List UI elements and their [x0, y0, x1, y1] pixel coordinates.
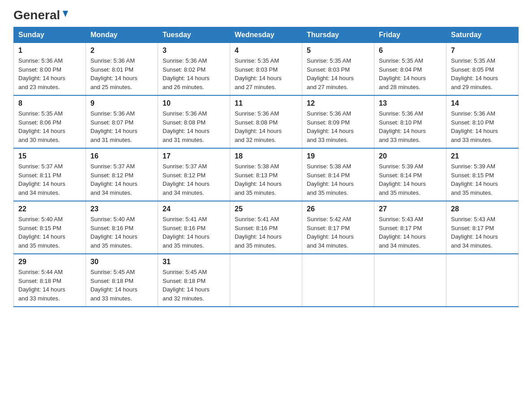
calendar-cell: 13 Sunrise: 5:36 AMSunset: 8:10 PMDaylig… [374, 95, 446, 148]
calendar-week-5: 29 Sunrise: 5:44 AMSunset: 8:18 PMDaylig… [14, 254, 519, 307]
calendar-cell: 26 Sunrise: 5:42 AMSunset: 8:17 PMDaylig… [302, 201, 374, 254]
calendar-week-1: 1 Sunrise: 5:36 AMSunset: 8:00 PMDayligh… [14, 43, 519, 96]
day-info: Sunrise: 5:35 AMSunset: 8:03 PMDaylight:… [235, 57, 282, 90]
calendar-cell: 25 Sunrise: 5:41 AMSunset: 8:16 PMDaylig… [230, 201, 302, 254]
day-number: 15 [18, 152, 81, 160]
day-number: 22 [18, 205, 81, 213]
day-info: Sunrise: 5:35 AMSunset: 8:04 PMDaylight:… [379, 57, 426, 90]
day-number: 9 [90, 99, 153, 107]
day-info: Sunrise: 5:45 AMSunset: 8:18 PMDaylight:… [163, 269, 210, 302]
page-header: General [13, 9, 519, 22]
logo-arrow-icon [61, 10, 70, 19]
day-number: 27 [379, 205, 442, 213]
day-info: Sunrise: 5:40 AMSunset: 8:15 PMDaylight:… [18, 216, 65, 249]
day-number: 7 [451, 47, 514, 55]
calendar-cell: 9 Sunrise: 5:36 AMSunset: 8:07 PMDayligh… [86, 95, 158, 148]
day-number: 29 [18, 258, 81, 266]
calendar-cell: 18 Sunrise: 5:38 AMSunset: 8:13 PMDaylig… [230, 148, 302, 201]
calendar-cell: 19 Sunrise: 5:38 AMSunset: 8:14 PMDaylig… [302, 148, 374, 201]
calendar-header-row: SundayMondayTuesdayWednesdayThursdayFrid… [14, 27, 519, 43]
day-info: Sunrise: 5:36 AMSunset: 8:01 PMDaylight:… [90, 57, 137, 90]
day-info: Sunrise: 5:35 AMSunset: 8:03 PMDaylight:… [307, 57, 354, 90]
calendar-cell: 12 Sunrise: 5:36 AMSunset: 8:09 PMDaylig… [302, 95, 374, 148]
day-info: Sunrise: 5:42 AMSunset: 8:17 PMDaylight:… [307, 216, 354, 249]
calendar-cell: 2 Sunrise: 5:36 AMSunset: 8:01 PMDayligh… [86, 43, 158, 96]
day-number: 2 [90, 47, 153, 55]
calendar-cell: 23 Sunrise: 5:40 AMSunset: 8:16 PMDaylig… [86, 201, 158, 254]
calendar-cell: 29 Sunrise: 5:44 AMSunset: 8:18 PMDaylig… [14, 254, 86, 307]
day-number: 10 [163, 99, 225, 107]
header-tuesday: Tuesday [158, 27, 230, 43]
header-friday: Friday [374, 27, 446, 43]
day-info: Sunrise: 5:36 AMSunset: 8:09 PMDaylight:… [307, 110, 354, 143]
day-info: Sunrise: 5:36 AMSunset: 8:07 PMDaylight:… [90, 110, 137, 143]
calendar-cell: 16 Sunrise: 5:37 AMSunset: 8:12 PMDaylig… [86, 148, 158, 201]
calendar-cell: 20 Sunrise: 5:39 AMSunset: 8:14 PMDaylig… [374, 148, 446, 201]
day-info: Sunrise: 5:37 AMSunset: 8:12 PMDaylight:… [90, 163, 137, 196]
calendar-cell: 14 Sunrise: 5:36 AMSunset: 8:10 PMDaylig… [446, 95, 519, 148]
day-number: 23 [90, 205, 153, 213]
day-info: Sunrise: 5:36 AMSunset: 8:10 PMDaylight:… [451, 110, 498, 143]
calendar-table: SundayMondayTuesdayWednesdayThursdayFrid… [13, 27, 519, 307]
calendar-cell: 5 Sunrise: 5:35 AMSunset: 8:03 PMDayligh… [302, 43, 374, 96]
day-number: 21 [451, 152, 514, 160]
day-number: 17 [163, 152, 225, 160]
calendar-cell: 24 Sunrise: 5:41 AMSunset: 8:16 PMDaylig… [158, 201, 230, 254]
day-number: 6 [379, 47, 442, 55]
calendar-cell: 10 Sunrise: 5:36 AMSunset: 8:08 PMDaylig… [158, 95, 230, 148]
day-info: Sunrise: 5:40 AMSunset: 8:16 PMDaylight:… [90, 216, 137, 249]
day-number: 28 [451, 205, 514, 213]
day-number: 8 [18, 99, 81, 107]
header-saturday: Saturday [446, 27, 519, 43]
header-sunday: Sunday [14, 27, 86, 43]
day-info: Sunrise: 5:35 AMSunset: 8:06 PMDaylight:… [18, 110, 65, 143]
day-info: Sunrise: 5:39 AMSunset: 8:15 PMDaylight:… [451, 163, 498, 196]
day-number: 18 [235, 152, 297, 160]
day-info: Sunrise: 5:37 AMSunset: 8:11 PMDaylight:… [18, 163, 65, 196]
calendar-cell: 28 Sunrise: 5:43 AMSunset: 8:17 PMDaylig… [446, 201, 519, 254]
day-number: 31 [163, 258, 225, 266]
logo-general: General [13, 9, 60, 21]
day-info: Sunrise: 5:41 AMSunset: 8:16 PMDaylight:… [163, 216, 210, 249]
day-number: 12 [307, 99, 369, 107]
day-number: 26 [307, 205, 369, 213]
day-info: Sunrise: 5:37 AMSunset: 8:12 PMDaylight:… [163, 163, 210, 196]
logo: General [13, 9, 70, 22]
calendar-cell: 8 Sunrise: 5:35 AMSunset: 8:06 PMDayligh… [14, 95, 86, 148]
day-info: Sunrise: 5:38 AMSunset: 8:14 PMDaylight:… [307, 163, 354, 196]
calendar-cell [230, 254, 302, 307]
day-number: 19 [307, 152, 369, 160]
day-info: Sunrise: 5:41 AMSunset: 8:16 PMDaylight:… [235, 216, 282, 249]
day-number: 13 [379, 99, 442, 107]
day-number: 11 [235, 99, 297, 107]
calendar-week-3: 15 Sunrise: 5:37 AMSunset: 8:11 PMDaylig… [14, 148, 519, 201]
day-info: Sunrise: 5:39 AMSunset: 8:14 PMDaylight:… [379, 163, 426, 196]
day-info: Sunrise: 5:38 AMSunset: 8:13 PMDaylight:… [235, 163, 282, 196]
day-number: 24 [163, 205, 225, 213]
day-info: Sunrise: 5:36 AMSunset: 8:00 PMDaylight:… [18, 57, 65, 90]
day-number: 30 [90, 258, 153, 266]
day-number: 25 [235, 205, 297, 213]
day-info: Sunrise: 5:36 AMSunset: 8:10 PMDaylight:… [379, 110, 426, 143]
day-info: Sunrise: 5:44 AMSunset: 8:18 PMDaylight:… [18, 269, 65, 302]
svg-marker-0 [63, 11, 68, 17]
day-number: 16 [90, 152, 153, 160]
calendar-week-4: 22 Sunrise: 5:40 AMSunset: 8:15 PMDaylig… [14, 201, 519, 254]
day-info: Sunrise: 5:36 AMSunset: 8:08 PMDaylight:… [235, 110, 282, 143]
calendar-cell: 17 Sunrise: 5:37 AMSunset: 8:12 PMDaylig… [158, 148, 230, 201]
calendar-cell: 30 Sunrise: 5:45 AMSunset: 8:18 PMDaylig… [86, 254, 158, 307]
calendar-cell: 15 Sunrise: 5:37 AMSunset: 8:11 PMDaylig… [14, 148, 86, 201]
calendar-cell: 3 Sunrise: 5:36 AMSunset: 8:02 PMDayligh… [158, 43, 230, 96]
calendar-cell: 22 Sunrise: 5:40 AMSunset: 8:15 PMDaylig… [14, 201, 86, 254]
day-number: 14 [451, 99, 514, 107]
day-info: Sunrise: 5:36 AMSunset: 8:08 PMDaylight:… [163, 110, 210, 143]
header-thursday: Thursday [302, 27, 374, 43]
day-info: Sunrise: 5:43 AMSunset: 8:17 PMDaylight:… [451, 216, 498, 249]
calendar-cell: 4 Sunrise: 5:35 AMSunset: 8:03 PMDayligh… [230, 43, 302, 96]
header-wednesday: Wednesday [230, 27, 302, 43]
calendar-cell [374, 254, 446, 307]
calendar-cell [302, 254, 374, 307]
day-info: Sunrise: 5:36 AMSunset: 8:02 PMDaylight:… [163, 57, 210, 90]
calendar-cell: 11 Sunrise: 5:36 AMSunset: 8:08 PMDaylig… [230, 95, 302, 148]
day-number: 5 [307, 47, 369, 55]
